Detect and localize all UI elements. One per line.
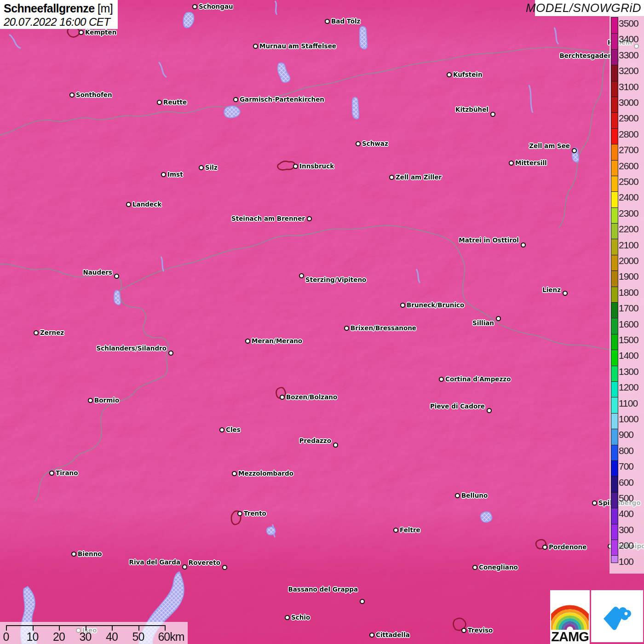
city-dot <box>542 545 547 550</box>
legend-value: 400 <box>619 509 633 518</box>
scalebar-label: 40 <box>106 630 118 644</box>
city-dot <box>114 274 119 279</box>
legend-band <box>611 239 618 254</box>
legend-band <box>611 302 618 318</box>
legend-value: 700 <box>619 461 633 471</box>
legend-band <box>611 270 618 286</box>
city-dot <box>71 552 76 557</box>
legend-band <box>611 460 618 476</box>
legend-band <box>611 97 618 112</box>
legend-band <box>611 287 618 302</box>
legend-value: 1800 <box>619 288 638 297</box>
city-dot <box>496 316 501 321</box>
city-label: Lienz <box>542 286 561 294</box>
city-label: Silz <box>205 163 218 172</box>
legend-value: 2000 <box>619 256 638 265</box>
city-label: Murnau am Staffelsee <box>259 42 336 50</box>
city-dot <box>356 141 361 146</box>
city-label: Steinach am Brenner <box>231 214 305 223</box>
city-dot <box>487 408 492 413</box>
city-dot <box>521 242 526 247</box>
city-label: Pordenone <box>549 543 586 551</box>
legend-band <box>611 207 618 223</box>
city-label: Matrei in Osttirol <box>459 236 519 244</box>
city-label: Feltre <box>400 526 420 534</box>
legend-value: 1100 <box>619 398 638 408</box>
city-dot <box>161 172 166 177</box>
city-dot <box>79 30 84 35</box>
city-label: Rovereto <box>189 558 220 567</box>
city-dot <box>192 4 197 9</box>
city-label: Schwaz <box>362 139 388 148</box>
city-dot <box>592 500 597 506</box>
legend-value: 2600 <box>619 161 638 171</box>
city-dot <box>88 398 93 403</box>
legend-band <box>611 555 618 563</box>
city-outlines <box>68 27 546 630</box>
page-title: Schneefallgrenze [m] <box>4 2 114 15</box>
city-label: Kufstein <box>453 70 483 79</box>
city-dot <box>49 471 54 476</box>
city-dot <box>293 164 298 169</box>
scalebar-label: 50 <box>132 630 144 644</box>
model-box: MODEL/SNOWGRiD <box>535 0 644 16</box>
city-dot <box>572 148 577 153</box>
scalebar-label: 0 <box>3 630 9 644</box>
legend-value: 2400 <box>619 192 638 202</box>
legend-band <box>611 49 618 65</box>
zamg-rainbow-icon <box>551 593 589 630</box>
city-label: Schlanders/Silandro <box>97 344 167 352</box>
legend-band <box>611 112 618 128</box>
city-label: Predazzo <box>299 437 331 445</box>
legend-value: 300 <box>619 525 633 535</box>
legend-band <box>611 144 618 160</box>
city-dot <box>360 599 365 604</box>
city-label: Conegliano <box>479 563 518 571</box>
city-dot <box>490 112 495 117</box>
city-dot <box>219 427 224 432</box>
city-dot <box>455 493 460 498</box>
timestamp: 20.07.2022 16:00 CET <box>4 16 114 29</box>
legend-value: 800 <box>619 446 633 455</box>
city-label: Kempten <box>85 28 116 36</box>
city-dot <box>280 395 285 400</box>
city-dot <box>472 565 477 570</box>
legend-value: 2500 <box>619 177 638 186</box>
city-dot <box>461 628 466 633</box>
legend-band <box>611 191 618 207</box>
city-dot <box>168 351 173 356</box>
city-label: Mittersill <box>515 159 547 167</box>
city-label: Kitzbühel <box>455 105 489 114</box>
city-label: Schongau <box>199 2 233 11</box>
city-label: Innsbruck <box>299 162 334 170</box>
legend-value: 2900 <box>619 113 638 123</box>
city-dot <box>245 339 250 344</box>
city-dot <box>439 377 444 382</box>
legend-value: 3000 <box>619 98 638 107</box>
city-label: Bienno <box>78 550 102 558</box>
city-label: Sonthofen <box>76 91 112 99</box>
legend-value: 3400 <box>619 34 638 44</box>
legend-band <box>611 476 618 492</box>
legend-value: 1700 <box>619 303 638 313</box>
city-dot <box>509 161 514 166</box>
legend-value: 2300 <box>619 208 638 218</box>
legend-value: 200 <box>619 540 633 550</box>
legend-band <box>611 508 618 523</box>
city-dot <box>447 72 452 77</box>
legend-value: 3200 <box>619 66 638 75</box>
city-dot <box>69 92 75 98</box>
city-dot <box>389 175 394 180</box>
legend-band <box>611 445 618 460</box>
legend-value: 3100 <box>619 82 638 92</box>
zamg-logo: ZAMG <box>550 590 590 644</box>
city-dot <box>253 44 258 49</box>
legend-band <box>611 81 618 97</box>
legend-band <box>611 223 618 239</box>
legend-band <box>611 524 618 540</box>
city-label: Cortina d'Ampezzo <box>445 375 511 383</box>
city-label: Belluno <box>461 491 488 500</box>
city-dot <box>34 330 39 335</box>
legend-value: 1300 <box>619 367 638 376</box>
city-label: Nauders <box>83 268 112 276</box>
